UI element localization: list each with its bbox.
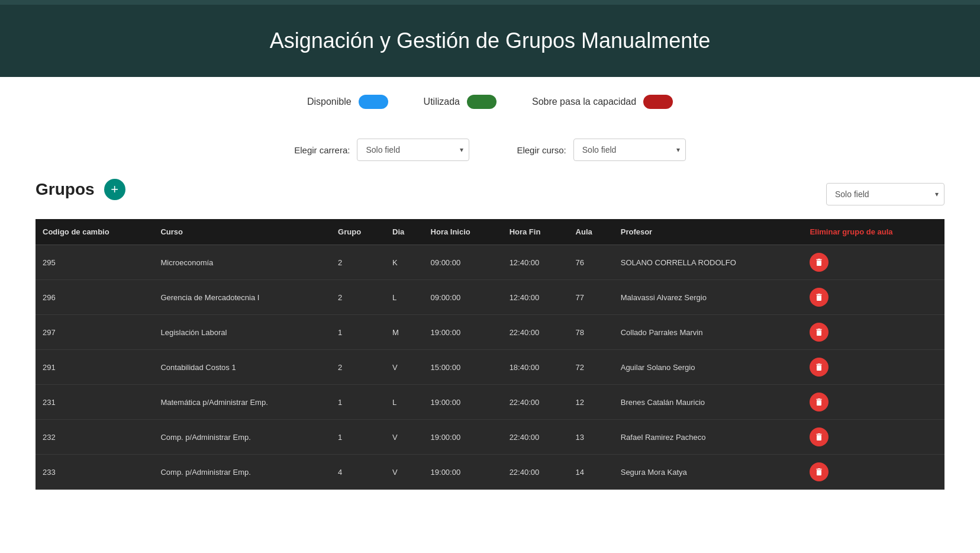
- cell-profesor: Collado Parrales Marvin: [614, 315, 803, 350]
- col-curso: Curso: [153, 219, 331, 245]
- delete-button[interactable]: [810, 358, 829, 377]
- curso-dropdown-wrapper: Solo field ▾: [573, 139, 686, 161]
- add-group-button[interactable]: +: [104, 179, 125, 200]
- table-row: 231 Matemática p/Administrar Emp. 1 L 19…: [36, 385, 944, 420]
- col-codigo: Codigo de cambio: [36, 219, 153, 245]
- table-row: 232 Comp. p/Administrar Emp. 1 V 19:00:0…: [36, 420, 944, 455]
- cell-curso: Comp. p/Administrar Emp.: [153, 455, 331, 490]
- groups-table-container: Codigo de cambio Curso Grupo Dia Hora In…: [36, 219, 944, 490]
- sobrepasa-oval: [643, 95, 673, 109]
- cell-hora-fin: 22:40:00: [502, 385, 569, 420]
- carrera-label: Elegir carrera:: [294, 145, 350, 155]
- cell-eliminar: [802, 385, 944, 420]
- grupos-wrapper: Grupos + Solo field ▾ Codigo de cambio C…: [0, 179, 980, 490]
- col-hora-fin: Hora Fin: [502, 219, 569, 245]
- cell-curso: Contabilidad Costos 1: [153, 350, 331, 385]
- cell-codigo: 296: [36, 280, 153, 315]
- cell-hora-fin: 22:40:00: [502, 315, 569, 350]
- table-row: 233 Comp. p/Administrar Emp. 4 V 19:00:0…: [36, 455, 944, 490]
- cell-eliminar: [802, 315, 944, 350]
- curso-label: Elegir curso:: [517, 145, 566, 155]
- cell-aula: 78: [569, 315, 614, 350]
- cell-grupo: 2: [331, 280, 385, 315]
- cell-hora-fin: 22:40:00: [502, 455, 569, 490]
- disponible-oval: [359, 95, 388, 109]
- col-aula: Aula: [569, 219, 614, 245]
- col-dia: Dia: [385, 219, 424, 245]
- cell-aula: 12: [569, 385, 614, 420]
- cell-aula: 77: [569, 280, 614, 315]
- cell-dia: V: [385, 455, 424, 490]
- table-row: 291 Contabilidad Costos 1 2 V 15:00:00 1…: [36, 350, 944, 385]
- trash-icon: [814, 362, 824, 372]
- legend-sobrepasa-label: Sobre pasa la capacidad: [532, 97, 636, 107]
- cell-curso: Microeconomía: [153, 245, 331, 280]
- col-hora-inicio: Hora Inicio: [424, 219, 502, 245]
- grupos-filter-select[interactable]: Solo field: [826, 183, 944, 205]
- cell-hora-inicio: 15:00:00: [424, 350, 502, 385]
- cell-grupo: 2: [331, 245, 385, 280]
- carrera-select[interactable]: Solo field: [357, 139, 469, 161]
- trash-icon: [814, 258, 824, 267]
- cell-codigo: 297: [36, 315, 153, 350]
- col-eliminar: Eliminar grupo de aula: [802, 219, 944, 245]
- cell-profesor: Rafael Ramirez Pacheco: [614, 420, 803, 455]
- cell-hora-inicio: 09:00:00: [424, 245, 502, 280]
- cell-hora-inicio: 19:00:00: [424, 420, 502, 455]
- delete-button[interactable]: [810, 462, 829, 481]
- cell-profesor: Malavassi Alvarez Sergio: [614, 280, 803, 315]
- cell-curso: Comp. p/Administrar Emp.: [153, 420, 331, 455]
- cell-eliminar: [802, 420, 944, 455]
- cell-aula: 13: [569, 420, 614, 455]
- page-header: Asignación y Gestión de Grupos Manualmen…: [0, 5, 980, 77]
- grupos-title: Grupos: [36, 180, 95, 199]
- trash-icon: [814, 397, 824, 407]
- utilizada-oval: [467, 95, 497, 109]
- cell-hora-inicio: 19:00:00: [424, 385, 502, 420]
- carrera-dropdown-wrapper: Solo field ▾: [357, 139, 469, 161]
- grupos-filter-wrapper: Solo field ▾: [826, 183, 944, 205]
- cell-curso: Gerencia de Mercadotecnia I: [153, 280, 331, 315]
- delete-button[interactable]: [810, 427, 829, 446]
- table-row: 295 Microeconomía 2 K 09:00:00 12:40:00 …: [36, 245, 944, 280]
- cell-grupo: 2: [331, 350, 385, 385]
- cell-hora-inicio: 19:00:00: [424, 455, 502, 490]
- delete-button[interactable]: [810, 253, 829, 272]
- cell-codigo: 295: [36, 245, 153, 280]
- delete-button[interactable]: [810, 288, 829, 307]
- grupos-header: Grupos +: [36, 179, 125, 200]
- cell-eliminar: [802, 350, 944, 385]
- legend-utilizada-label: Utilizada: [424, 97, 460, 107]
- cell-grupo: 1: [331, 315, 385, 350]
- curso-filter-group: Elegir curso: Solo field ▾: [517, 139, 685, 161]
- legend-sobrepasa: Sobre pasa la capacidad: [532, 95, 673, 109]
- cell-grupo: 1: [331, 385, 385, 420]
- cell-grupo: 1: [331, 420, 385, 455]
- cell-codigo: 291: [36, 350, 153, 385]
- table-row: 297 Legislación Laboral 1 M 19:00:00 22:…: [36, 315, 944, 350]
- delete-button[interactable]: [810, 393, 829, 411]
- cell-eliminar: [802, 455, 944, 490]
- cell-grupo: 4: [331, 455, 385, 490]
- cell-codigo: 231: [36, 385, 153, 420]
- cell-profesor: Brenes Catalán Mauricio: [614, 385, 803, 420]
- cell-hora-inicio: 09:00:00: [424, 280, 502, 315]
- cell-profesor: SOLANO CORRELLA RODOLFO: [614, 245, 803, 280]
- cell-dia: L: [385, 385, 424, 420]
- cell-dia: V: [385, 350, 424, 385]
- cell-aula: 72: [569, 350, 614, 385]
- cell-dia: V: [385, 420, 424, 455]
- col-profesor: Profesor: [614, 219, 803, 245]
- legend-utilizada: Utilizada: [424, 95, 497, 109]
- table-row: 296 Gerencia de Mercadotecnia I 2 L 09:0…: [36, 280, 944, 315]
- col-grupo: Grupo: [331, 219, 385, 245]
- page-title: Asignación y Gestión de Grupos Manualmen…: [12, 28, 968, 53]
- cell-aula: 14: [569, 455, 614, 490]
- cell-profesor: Aguilar Solano Sergio: [614, 350, 803, 385]
- delete-button[interactable]: [810, 323, 829, 342]
- curso-select[interactable]: Solo field: [573, 139, 686, 161]
- legend-disponible: Disponible: [307, 95, 388, 109]
- cell-profesor: Segura Mora Katya: [614, 455, 803, 490]
- cell-curso: Matemática p/Administrar Emp.: [153, 385, 331, 420]
- legend-disponible-label: Disponible: [307, 97, 352, 107]
